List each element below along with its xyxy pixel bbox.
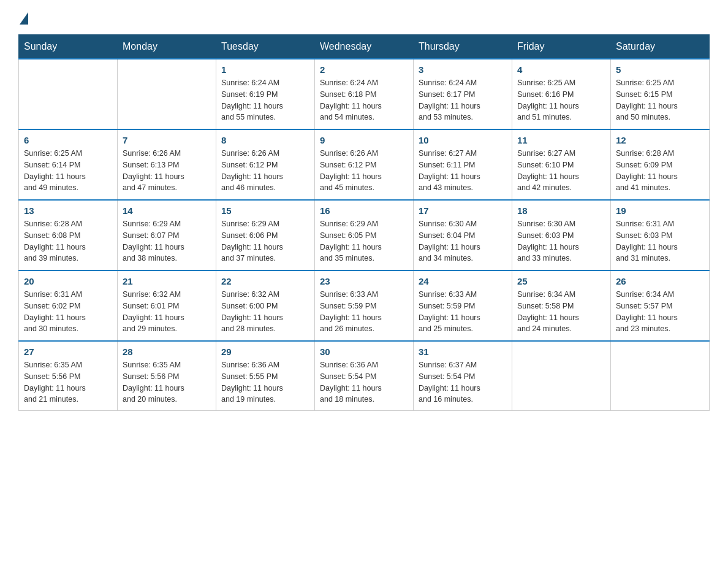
calendar-day-cell: 26Sunrise: 6:34 AM Sunset: 5:57 PM Dayli… bbox=[611, 270, 710, 341]
calendar-day-cell: 21Sunrise: 6:32 AM Sunset: 6:01 PM Dayli… bbox=[118, 270, 216, 341]
day-number: 11 bbox=[517, 135, 605, 145]
day-number: 26 bbox=[616, 276, 704, 286]
calendar-day-cell: 29Sunrise: 6:36 AM Sunset: 5:55 PM Dayli… bbox=[216, 341, 315, 411]
calendar-day-cell: 18Sunrise: 6:30 AM Sunset: 6:03 PM Dayli… bbox=[512, 200, 611, 270]
calendar-week-row: 1Sunrise: 6:24 AM Sunset: 6:19 PM Daylig… bbox=[19, 59, 710, 129]
calendar-day-cell: 1Sunrise: 6:24 AM Sunset: 6:19 PM Daylig… bbox=[216, 59, 315, 129]
logo-triangle-icon bbox=[20, 12, 28, 25]
day-info: Sunrise: 6:27 AM Sunset: 6:10 PM Dayligh… bbox=[517, 148, 605, 194]
day-info: Sunrise: 6:36 AM Sunset: 5:55 PM Dayligh… bbox=[221, 359, 309, 405]
calendar-day-cell: 30Sunrise: 6:36 AM Sunset: 5:54 PM Dayli… bbox=[315, 341, 414, 411]
day-info: Sunrise: 6:33 AM Sunset: 5:59 PM Dayligh… bbox=[419, 289, 507, 335]
calendar-day-cell: 2Sunrise: 6:24 AM Sunset: 6:18 PM Daylig… bbox=[315, 59, 414, 129]
logo bbox=[18, 12, 28, 22]
day-info: Sunrise: 6:29 AM Sunset: 6:06 PM Dayligh… bbox=[221, 218, 309, 264]
day-of-week-header: Sunday bbox=[19, 35, 118, 59]
day-number: 21 bbox=[123, 276, 211, 286]
day-info: Sunrise: 6:32 AM Sunset: 6:00 PM Dayligh… bbox=[221, 289, 309, 335]
calendar-day-cell: 3Sunrise: 6:24 AM Sunset: 6:17 PM Daylig… bbox=[414, 59, 512, 129]
calendar-week-row: 6Sunrise: 6:25 AM Sunset: 6:14 PM Daylig… bbox=[19, 129, 710, 200]
day-number: 17 bbox=[419, 205, 507, 216]
day-of-week-header: Saturday bbox=[611, 35, 710, 59]
calendar-day-cell: 7Sunrise: 6:26 AM Sunset: 6:13 PM Daylig… bbox=[118, 129, 216, 200]
day-info: Sunrise: 6:28 AM Sunset: 6:09 PM Dayligh… bbox=[616, 148, 704, 194]
calendar-day-cell: 31Sunrise: 6:37 AM Sunset: 5:54 PM Dayli… bbox=[414, 341, 512, 411]
day-info: Sunrise: 6:26 AM Sunset: 6:13 PM Dayligh… bbox=[123, 148, 211, 194]
day-info: Sunrise: 6:25 AM Sunset: 6:14 PM Dayligh… bbox=[24, 148, 112, 194]
calendar-day-cell: 6Sunrise: 6:25 AM Sunset: 6:14 PM Daylig… bbox=[19, 129, 118, 200]
day-number: 18 bbox=[517, 205, 605, 216]
day-number: 9 bbox=[320, 135, 408, 145]
day-number: 24 bbox=[419, 276, 507, 286]
calendar-day-cell: 5Sunrise: 6:25 AM Sunset: 6:15 PM Daylig… bbox=[611, 59, 710, 129]
day-number: 19 bbox=[616, 205, 704, 216]
calendar-day-cell: 14Sunrise: 6:29 AM Sunset: 6:07 PM Dayli… bbox=[118, 200, 216, 270]
day-info: Sunrise: 6:34 AM Sunset: 5:58 PM Dayligh… bbox=[517, 289, 605, 335]
calendar-day-cell bbox=[19, 59, 118, 129]
day-number: 12 bbox=[616, 135, 704, 145]
calendar-day-cell: 19Sunrise: 6:31 AM Sunset: 6:03 PM Dayli… bbox=[611, 200, 710, 270]
calendar-week-row: 13Sunrise: 6:28 AM Sunset: 6:08 PM Dayli… bbox=[19, 200, 710, 270]
day-info: Sunrise: 6:25 AM Sunset: 6:15 PM Dayligh… bbox=[616, 77, 704, 123]
calendar-day-cell: 25Sunrise: 6:34 AM Sunset: 5:58 PM Dayli… bbox=[512, 270, 611, 341]
calendar-day-cell: 17Sunrise: 6:30 AM Sunset: 6:04 PM Dayli… bbox=[414, 200, 512, 270]
day-info: Sunrise: 6:24 AM Sunset: 6:19 PM Dayligh… bbox=[221, 77, 309, 123]
day-number: 8 bbox=[221, 135, 309, 145]
calendar-day-cell: 24Sunrise: 6:33 AM Sunset: 5:59 PM Dayli… bbox=[414, 270, 512, 341]
calendar-week-row: 20Sunrise: 6:31 AM Sunset: 6:02 PM Dayli… bbox=[19, 270, 710, 341]
calendar-week-row: 27Sunrise: 6:35 AM Sunset: 5:56 PM Dayli… bbox=[19, 341, 710, 411]
day-info: Sunrise: 6:31 AM Sunset: 6:03 PM Dayligh… bbox=[616, 218, 704, 264]
day-number: 1 bbox=[221, 64, 309, 75]
day-number: 28 bbox=[123, 347, 211, 357]
day-number: 30 bbox=[320, 347, 408, 357]
calendar-day-cell: 11Sunrise: 6:27 AM Sunset: 6:10 PM Dayli… bbox=[512, 129, 611, 200]
calendar-day-cell: 9Sunrise: 6:26 AM Sunset: 6:12 PM Daylig… bbox=[315, 129, 414, 200]
day-info: Sunrise: 6:32 AM Sunset: 6:01 PM Dayligh… bbox=[123, 289, 211, 335]
calendar-day-cell: 16Sunrise: 6:29 AM Sunset: 6:05 PM Dayli… bbox=[315, 200, 414, 270]
day-info: Sunrise: 6:29 AM Sunset: 6:05 PM Dayligh… bbox=[320, 218, 408, 264]
day-info: Sunrise: 6:24 AM Sunset: 6:18 PM Dayligh… bbox=[320, 77, 408, 123]
day-info: Sunrise: 6:28 AM Sunset: 6:08 PM Dayligh… bbox=[24, 218, 112, 264]
logo-text-block bbox=[18, 12, 28, 22]
day-number: 7 bbox=[123, 135, 211, 145]
calendar-day-cell: 20Sunrise: 6:31 AM Sunset: 6:02 PM Dayli… bbox=[19, 270, 118, 341]
day-number: 23 bbox=[320, 276, 408, 286]
day-of-week-header: Tuesday bbox=[216, 35, 315, 59]
day-info: Sunrise: 6:25 AM Sunset: 6:16 PM Dayligh… bbox=[517, 77, 605, 123]
day-info: Sunrise: 6:35 AM Sunset: 5:56 PM Dayligh… bbox=[123, 359, 211, 405]
day-number: 6 bbox=[24, 135, 112, 145]
day-number: 4 bbox=[517, 64, 605, 75]
calendar-day-cell: 22Sunrise: 6:32 AM Sunset: 6:00 PM Dayli… bbox=[216, 270, 315, 341]
day-number: 2 bbox=[320, 64, 408, 75]
day-of-week-header: Monday bbox=[118, 35, 216, 59]
day-number: 31 bbox=[419, 347, 507, 357]
day-info: Sunrise: 6:27 AM Sunset: 6:11 PM Dayligh… bbox=[419, 148, 507, 194]
calendar-day-cell: 13Sunrise: 6:28 AM Sunset: 6:08 PM Dayli… bbox=[19, 200, 118, 270]
day-info: Sunrise: 6:24 AM Sunset: 6:17 PM Dayligh… bbox=[419, 77, 507, 123]
day-number: 5 bbox=[616, 64, 704, 75]
day-info: Sunrise: 6:31 AM Sunset: 6:02 PM Dayligh… bbox=[24, 289, 112, 335]
calendar-header-row: SundayMondayTuesdayWednesdayThursdayFrid… bbox=[19, 35, 710, 59]
day-number: 29 bbox=[221, 347, 309, 357]
calendar-day-cell: 23Sunrise: 6:33 AM Sunset: 5:59 PM Dayli… bbox=[315, 270, 414, 341]
day-number: 25 bbox=[517, 276, 605, 286]
day-info: Sunrise: 6:36 AM Sunset: 5:54 PM Dayligh… bbox=[320, 359, 408, 405]
calendar-day-cell bbox=[118, 59, 216, 129]
day-info: Sunrise: 6:30 AM Sunset: 6:03 PM Dayligh… bbox=[517, 218, 605, 264]
calendar-day-cell bbox=[611, 341, 710, 411]
day-info: Sunrise: 6:29 AM Sunset: 6:07 PM Dayligh… bbox=[123, 218, 211, 264]
day-info: Sunrise: 6:30 AM Sunset: 6:04 PM Dayligh… bbox=[419, 218, 507, 264]
day-info: Sunrise: 6:26 AM Sunset: 6:12 PM Dayligh… bbox=[221, 148, 309, 194]
calendar-day-cell: 10Sunrise: 6:27 AM Sunset: 6:11 PM Dayli… bbox=[414, 129, 512, 200]
calendar-day-cell: 28Sunrise: 6:35 AM Sunset: 5:56 PM Dayli… bbox=[118, 341, 216, 411]
day-number: 10 bbox=[419, 135, 507, 145]
day-info: Sunrise: 6:34 AM Sunset: 5:57 PM Dayligh… bbox=[616, 289, 704, 335]
calendar-day-cell: 4Sunrise: 6:25 AM Sunset: 6:16 PM Daylig… bbox=[512, 59, 611, 129]
calendar-day-cell: 27Sunrise: 6:35 AM Sunset: 5:56 PM Dayli… bbox=[19, 341, 118, 411]
day-info: Sunrise: 6:37 AM Sunset: 5:54 PM Dayligh… bbox=[419, 359, 507, 405]
day-number: 3 bbox=[419, 64, 507, 75]
page-header bbox=[18, 12, 710, 22]
day-number: 14 bbox=[123, 205, 211, 216]
day-info: Sunrise: 6:26 AM Sunset: 6:12 PM Dayligh… bbox=[320, 148, 408, 194]
day-of-week-header: Friday bbox=[512, 35, 611, 59]
